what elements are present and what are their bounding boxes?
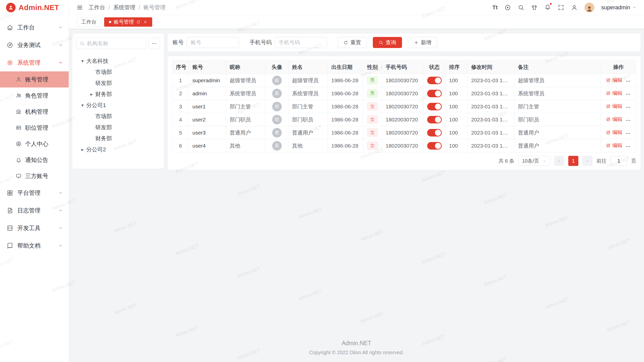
tree-node[interactable]: 研发部 — [76, 122, 160, 133]
edit-button[interactable]: 编辑 — [606, 142, 622, 149]
footer-copyright: Copyright © 2022 Dilon All rights reserv… — [69, 350, 644, 355]
cell-order: 100 — [446, 126, 468, 139]
cell-phone: 18020030720 — [382, 139, 423, 152]
tree-node[interactable]: ▾大名科技 — [76, 56, 160, 67]
goto-page-input[interactable] — [611, 156, 627, 166]
status-toggle[interactable] — [427, 116, 442, 123]
table-row[interactable]: 3 user1 部门主管 部 部门主管 1986-06-28 女 1802003… — [172, 100, 636, 113]
tree-node[interactable]: 市场部 — [76, 67, 160, 78]
cell-no: 5 — [172, 126, 189, 139]
user-icon[interactable] — [571, 4, 578, 11]
tree-node-label: 研发部 — [95, 79, 112, 87]
tree-node[interactable]: ▾分公司1 — [76, 100, 160, 111]
more-actions-button[interactable] — [625, 144, 631, 149]
sidebar-item-account-mgmt[interactable]: 账号管理 — [0, 71, 69, 87]
book-icon — [7, 242, 13, 249]
tree-options-button[interactable] — [148, 38, 160, 49]
pagination-total: 共 6 条 — [499, 158, 514, 164]
edit-icon — [606, 91, 611, 96]
tab-account-mgmt[interactable]: 账号管理 — [104, 17, 152, 27]
more-actions-button[interactable] — [625, 92, 631, 97]
font-size-icon[interactable]: Tt — [492, 4, 498, 11]
sidebar-item-role-mgmt[interactable]: 角色管理 — [0, 87, 69, 104]
tree-node[interactable]: ▸分公司2 — [76, 144, 160, 155]
status-toggle[interactable] — [427, 90, 442, 97]
fullscreen-icon[interactable] — [558, 4, 564, 11]
table-row[interactable]: 4 user2 部门职员 部 部门职员 1986-06-28 女 1802003… — [172, 113, 636, 126]
sidebar-item-notice[interactable]: 通知公告 — [0, 152, 69, 168]
sidebar-item-system-mgmt[interactable]: 系统管理 — [0, 54, 69, 71]
current-page-button[interactable]: 1 — [568, 156, 578, 166]
table-row[interactable]: 6 user4 其他 其 其他 1986-06-28 女 18020030720… — [172, 139, 636, 152]
row-avatar: 普 — [272, 128, 282, 138]
tree-node[interactable]: 研发部 — [76, 78, 160, 89]
col-remark: 备注 — [514, 60, 601, 74]
avatar[interactable] — [584, 3, 594, 13]
search-icon[interactable] — [518, 4, 524, 11]
cell-modified-time: 2023-01-03 10:59:44 — [468, 74, 514, 87]
phone-input[interactable] — [275, 37, 327, 48]
edit-label: 编辑 — [612, 77, 622, 83]
tree-node[interactable]: 财务部 — [76, 133, 160, 144]
add-button[interactable]: 新增 — [408, 37, 437, 48]
tab-workbench[interactable]: 工作台 — [76, 17, 101, 27]
edit-button[interactable]: 编辑 — [606, 90, 622, 97]
caret-expanded-icon[interactable]: ▾ — [79, 58, 86, 64]
more-actions-button[interactable] — [625, 118, 631, 123]
page-size-select[interactable]: 10条/页 — [518, 156, 550, 166]
user-menu[interactable]: superadmin — [601, 4, 636, 11]
caret-expanded-icon[interactable]: ▾ — [79, 103, 86, 108]
hamburger-menu-icon[interactable] — [76, 4, 83, 11]
sidebar-item-business-test[interactable]: 业务测试 — [0, 36, 69, 54]
table-row[interactable]: 5 user3 普通用户 普 普通用户 1986-06-28 女 1802003… — [172, 126, 636, 139]
tree-node[interactable]: ▸财务部 — [76, 89, 160, 100]
edit-button[interactable]: 编辑 — [606, 103, 622, 110]
breadcrumb-item[interactable]: 工作台 — [89, 4, 105, 11]
record-dot-icon[interactable] — [504, 4, 511, 11]
footer-title: Admin.NET — [69, 340, 644, 347]
account-label: 账号 — [173, 39, 184, 46]
cell-modified-time: 2023-01-03 10:59:44 — [468, 139, 514, 152]
status-toggle[interactable] — [427, 77, 442, 84]
account-input[interactable] — [187, 37, 239, 48]
status-toggle[interactable] — [427, 142, 442, 150]
more-actions-button[interactable] — [625, 131, 631, 136]
close-icon[interactable] — [143, 20, 147, 24]
breadcrumb-item-current: 账号管理 — [143, 4, 166, 11]
org-tree: ▾大名科技 市场部 研发部 ▸财务部 ▾分公司1 市场部 研发部 财务部 ▸分公… — [76, 56, 160, 155]
sidebar-item-dev-tools[interactable]: 开发工具 — [0, 219, 69, 237]
prev-page-button[interactable] — [554, 156, 564, 166]
cell-no: 6 — [172, 139, 189, 152]
refresh-icon[interactable] — [136, 20, 141, 24]
more-actions-button[interactable] — [625, 78, 631, 84]
edit-button[interactable]: 编辑 — [606, 77, 622, 83]
edit-button[interactable]: 编辑 — [606, 116, 622, 123]
notification-bell[interactable] — [544, 4, 551, 12]
next-page-button[interactable] — [582, 156, 592, 166]
more-actions-button[interactable] — [625, 105, 631, 110]
status-toggle[interactable] — [427, 103, 442, 110]
cell-remark: 普通用户 — [514, 126, 601, 139]
caret-collapsed-icon[interactable]: ▸ — [79, 147, 86, 152]
search-button[interactable]: 查询 — [373, 37, 402, 48]
table-row[interactable]: 2 admin 系统管理员 系 系统管理员 1986-06-28 男 18020… — [172, 87, 636, 100]
sidebar-item-third-party-account[interactable]: 三方账号 — [0, 168, 69, 184]
edit-button[interactable]: 编辑 — [606, 129, 622, 136]
sidebar-item-workbench[interactable]: 工作台 — [0, 19, 69, 36]
org-search-input[interactable] — [87, 40, 143, 47]
sidebar-item-platform-mgmt[interactable]: 平台管理 — [0, 184, 69, 202]
cell-no: 1 — [172, 74, 189, 87]
sidebar-item-org-mgmt[interactable]: 机构管理 — [0, 104, 69, 120]
breadcrumb-item[interactable]: 系统管理 — [113, 4, 135, 11]
sidebar-item-log-mgmt[interactable]: 日志管理 — [0, 202, 69, 219]
table-row[interactable]: 1 superadmin 超级管理员 超 超级管理员 1986-06-28 男 … — [172, 74, 636, 87]
reset-button[interactable]: 重置 — [338, 37, 367, 48]
status-toggle[interactable] — [427, 129, 442, 137]
cell-order: 100 — [446, 113, 468, 126]
tree-node[interactable]: 市场部 — [76, 111, 160, 122]
sidebar-item-help-docs[interactable]: 帮助文档 — [0, 237, 69, 254]
sidebar-item-position-mgmt[interactable]: 职位管理 — [0, 120, 69, 136]
sidebar-item-personal-center[interactable]: 个人中心 — [0, 136, 69, 152]
theme-icon[interactable] — [531, 4, 538, 11]
caret-collapsed-icon[interactable]: ▸ — [88, 92, 95, 97]
